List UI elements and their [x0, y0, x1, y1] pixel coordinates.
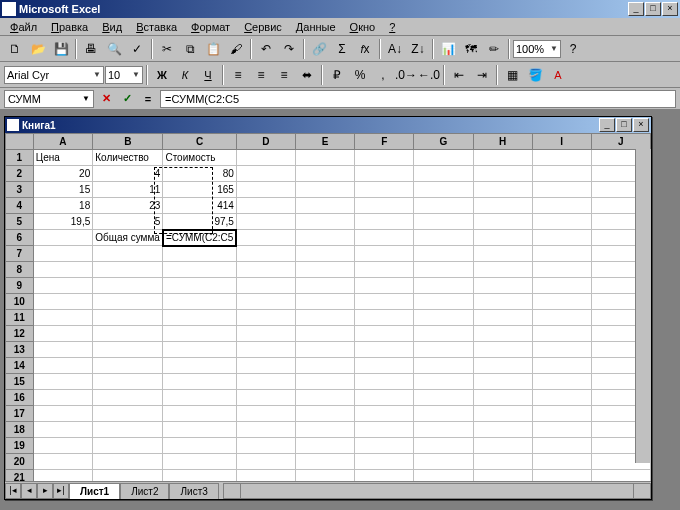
col-header-J[interactable]: J — [591, 134, 650, 150]
cell-A5[interactable]: 19,5 — [33, 214, 93, 230]
cell-B18[interactable] — [93, 422, 163, 438]
cell-C20[interactable] — [163, 454, 236, 470]
cell-G1[interactable] — [414, 150, 473, 166]
col-header-G[interactable]: G — [414, 134, 473, 150]
cell-F21[interactable] — [355, 470, 414, 482]
cell-D18[interactable] — [236, 422, 295, 438]
cell-C10[interactable] — [163, 294, 236, 310]
sheet-tab-Лист3[interactable]: Лист3 — [169, 483, 218, 499]
cell-C21[interactable] — [163, 470, 236, 482]
print-button[interactable]: 🖶 — [80, 38, 102, 59]
cell-D11[interactable] — [236, 310, 295, 326]
cell-H20[interactable] — [473, 454, 532, 470]
cell-E19[interactable] — [296, 438, 355, 454]
cell-I18[interactable] — [532, 422, 591, 438]
select-all-corner[interactable] — [6, 134, 34, 150]
cell-D19[interactable] — [236, 438, 295, 454]
cell-I21[interactable] — [532, 470, 591, 482]
cell-E9[interactable] — [296, 278, 355, 294]
row-header-21[interactable]: 21 — [6, 470, 34, 482]
menu-Данные[interactable]: Данные — [290, 20, 342, 34]
cell-C2[interactable]: 80 — [163, 166, 236, 182]
cell-A10[interactable] — [33, 294, 93, 310]
cell-H19[interactable] — [473, 438, 532, 454]
cell-G11[interactable] — [414, 310, 473, 326]
align-center-button[interactable]: ≡ — [250, 64, 272, 85]
cell-E1[interactable] — [296, 150, 355, 166]
cell-E15[interactable] — [296, 374, 355, 390]
row-header-18[interactable]: 18 — [6, 422, 34, 438]
cell-G16[interactable] — [414, 390, 473, 406]
cell-E16[interactable] — [296, 390, 355, 406]
cell-B2[interactable]: 4 — [93, 166, 163, 182]
cell-I17[interactable] — [532, 406, 591, 422]
hyperlink-button[interactable]: 🔗 — [308, 38, 330, 59]
col-header-B[interactable]: B — [93, 134, 163, 150]
name-box[interactable]: СУММ▼ — [4, 90, 94, 108]
cell-B3[interactable]: 11 — [93, 182, 163, 198]
cell-F18[interactable] — [355, 422, 414, 438]
row-header-4[interactable]: 4 — [6, 198, 34, 214]
align-right-button[interactable]: ≡ — [273, 64, 295, 85]
map-button[interactable]: 🗺 — [460, 38, 482, 59]
cell-F4[interactable] — [355, 198, 414, 214]
cell-I10[interactable] — [532, 294, 591, 310]
copy-button[interactable]: ⧉ — [179, 38, 201, 59]
cell-F19[interactable] — [355, 438, 414, 454]
cell-E11[interactable] — [296, 310, 355, 326]
cell-B16[interactable] — [93, 390, 163, 406]
chart-button[interactable]: 📊 — [437, 38, 459, 59]
cell-A2[interactable]: 20 — [33, 166, 93, 182]
cell-B15[interactable] — [93, 374, 163, 390]
cell-C17[interactable] — [163, 406, 236, 422]
col-header-H[interactable]: H — [473, 134, 532, 150]
borders-button[interactable]: ▦ — [501, 64, 523, 85]
cell-B17[interactable] — [93, 406, 163, 422]
cell-H16[interactable] — [473, 390, 532, 406]
menu-Сервис[interactable]: Сервис — [238, 20, 288, 34]
cell-G13[interactable] — [414, 342, 473, 358]
minimize-button[interactable]: _ — [628, 2, 644, 16]
new-button[interactable]: 🗋 — [4, 38, 26, 59]
cell-A16[interactable] — [33, 390, 93, 406]
cell-D13[interactable] — [236, 342, 295, 358]
cell-H11[interactable] — [473, 310, 532, 326]
cell-E13[interactable] — [296, 342, 355, 358]
cell-C8[interactable] — [163, 262, 236, 278]
cell-C6[interactable]: =СУММ(C2:C5 — [163, 230, 236, 246]
row-header-7[interactable]: 7 — [6, 246, 34, 262]
menu-Вставка[interactable]: Вставка — [130, 20, 183, 34]
paste-button[interactable]: 📋 — [202, 38, 224, 59]
cell-F9[interactable] — [355, 278, 414, 294]
cell-C14[interactable] — [163, 358, 236, 374]
cell-B10[interactable] — [93, 294, 163, 310]
cell-H6[interactable] — [473, 230, 532, 246]
row-header-8[interactable]: 8 — [6, 262, 34, 278]
cell-I9[interactable] — [532, 278, 591, 294]
cell-D17[interactable] — [236, 406, 295, 422]
font-combo[interactable]: Arial Cyr▼ — [4, 66, 104, 84]
cell-E2[interactable] — [296, 166, 355, 182]
open-button[interactable]: 📂 — [27, 38, 49, 59]
cell-H15[interactable] — [473, 374, 532, 390]
cell-H5[interactable] — [473, 214, 532, 230]
cell-A7[interactable] — [33, 246, 93, 262]
col-header-I[interactable]: I — [532, 134, 591, 150]
cell-B20[interactable] — [93, 454, 163, 470]
menu-Файл[interactable]: Файл — [4, 20, 43, 34]
cell-C7[interactable] — [163, 246, 236, 262]
cell-A4[interactable]: 18 — [33, 198, 93, 214]
cell-A20[interactable] — [33, 454, 93, 470]
cell-G5[interactable] — [414, 214, 473, 230]
cell-A9[interactable] — [33, 278, 93, 294]
cell-F10[interactable] — [355, 294, 414, 310]
cell-F17[interactable] — [355, 406, 414, 422]
cell-I1[interactable] — [532, 150, 591, 166]
cell-D16[interactable] — [236, 390, 295, 406]
merge-button[interactable]: ⬌ — [296, 64, 318, 85]
nav-next-button[interactable]: ▸ — [37, 483, 53, 499]
cell-D6[interactable] — [236, 230, 295, 246]
cell-F12[interactable] — [355, 326, 414, 342]
formula-input[interactable]: =СУММ(C2:C5 — [160, 90, 676, 108]
help-button[interactable]: ? — [562, 38, 584, 59]
